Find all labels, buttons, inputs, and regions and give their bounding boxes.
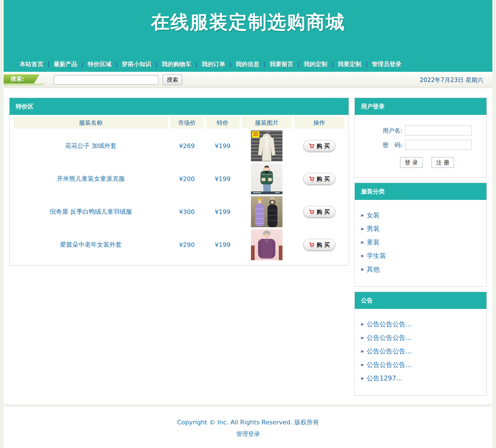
product-image-down-jackets — [251, 196, 282, 227]
special-price: ¥199 — [206, 229, 239, 260]
notice-link[interactable]: 公告公告公告... — [367, 347, 412, 356]
col-header-image: 服装图片 — [242, 117, 292, 129]
product-image-white-coat — [251, 130, 282, 161]
main-nav: 本站首页 | 最新产品 | 特价区域 | 穿搭小知识 | 我的购物车 | 我的订… — [4, 57, 492, 72]
product-image-purple-coat — [251, 229, 282, 260]
nav-item-my-customization[interactable]: 我的定制 — [300, 60, 332, 68]
sidebar: 用户登录 用户名: 密 码: 登 录 注 册 — [354, 98, 487, 396]
nav-separator: | — [332, 61, 334, 67]
double-arrow-bullet-icon: » — [360, 226, 364, 231]
col-header-special-price: 特价 — [206, 117, 239, 129]
search-label: 搜索: — [11, 75, 24, 83]
list-item: »童装 — [360, 238, 484, 247]
product-row: 爱茵朵中老年女装外套 ¥290 ¥199 — [14, 229, 344, 260]
current-date: 2022年7月23日 星期六 — [420, 76, 483, 84]
category-link-kids[interactable]: 童装 — [367, 238, 380, 247]
category-link-student[interactable]: 学生装 — [367, 251, 386, 260]
admin-login-link[interactable]: 管理登录 — [236, 430, 260, 438]
nav-item-admin-login[interactable]: 管理员登录 — [368, 60, 406, 68]
notice-link[interactable]: 公告公告公告... — [367, 333, 412, 342]
buy-button[interactable]: 购 买 — [303, 239, 335, 251]
nav-item-dressing-tips[interactable]: 穿搭小知识 — [118, 60, 156, 68]
password-field[interactable] — [405, 140, 472, 150]
page: 在线服装定制选购商城 本站首页 | 最新产品 | 特价区域 | 穿搭小知识 | … — [4, 0, 492, 404]
product-image-green-parka — [251, 163, 282, 194]
username-field[interactable] — [405, 126, 472, 135]
product-row: 开米熊儿童装女童派克服 ¥200 ¥199 — [14, 163, 344, 195]
nav-separator: | — [116, 61, 118, 67]
notice-link[interactable]: 公告公告公告... — [367, 320, 412, 329]
list-item: »公告公告公告... — [360, 360, 484, 369]
site-header: 在线服装定制选购商城 本站首页 | 最新产品 | 特价区域 | 穿搭小知识 | … — [4, 0, 492, 72]
nav-item-request-customization[interactable]: 我要定制 — [334, 60, 366, 68]
special-price-panel: 特价区 服装名称 市场价 特价 服装图片 操作 — [9, 98, 349, 266]
category-panel: 服装分类 »女装 »男装 »童装 »学生装 »其他 — [354, 183, 487, 287]
market-price: ¥200 — [170, 163, 204, 195]
col-header-name: 服装名称 — [14, 117, 168, 129]
nav-separator: | — [230, 61, 232, 67]
category-panel-title: 服装分类 — [355, 183, 486, 200]
nav-separator: | — [156, 61, 158, 67]
list-item: »其他 — [360, 265, 484, 274]
market-price: ¥290 — [170, 229, 204, 260]
buy-button-label: 购 买 — [317, 175, 330, 183]
product-row: 花花公子 加绒外套 ¥269 ¥199 — [14, 130, 344, 162]
nav-item-my-orders[interactable]: 我的订单 — [197, 60, 230, 68]
notice-panel: 公告 »公告公告公告... »公告公告公告... »公告公告公告... »公告公… — [354, 292, 487, 396]
login-panel-title: 用户登录 — [355, 98, 486, 115]
search-input[interactable] — [54, 75, 158, 84]
login-panel: 用户登录 用户名: 密 码: 登 录 注 册 — [354, 98, 487, 178]
buy-button-label: 购 买 — [317, 208, 330, 216]
search-badge-underline — [4, 84, 45, 86]
list-item: »学生装 — [360, 251, 484, 260]
nav-item-new-products[interactable]: 最新产品 — [50, 60, 82, 68]
list-item: »公告公告公告... — [360, 320, 484, 329]
special-price: ¥199 — [206, 130, 239, 162]
double-arrow-bullet-icon: » — [360, 322, 364, 327]
site-footer: Copyright © Inc. All Rights Reserved. 版权… — [4, 407, 492, 448]
nav-item-my-cart[interactable]: 我的购物车 — [158, 60, 196, 68]
category-link-other[interactable]: 其他 — [367, 265, 380, 274]
list-item: »公告公告公告... — [360, 347, 484, 356]
nav-separator: | — [48, 61, 50, 67]
buy-button-label: 购 买 — [317, 241, 330, 249]
nav-item-special-zone[interactable]: 特价区域 — [84, 60, 116, 68]
buy-button[interactable]: 购 买 — [303, 206, 335, 218]
nav-item-leave-message[interactable]: 我要留言 — [266, 60, 298, 68]
col-header-market-price: 市场价 — [170, 117, 204, 129]
register-button[interactable]: 注 册 — [432, 157, 454, 168]
table-header-row: 服装名称 市场价 特价 服装图片 操作 — [14, 117, 344, 129]
product-name-link[interactable]: 花花公子 加绒外套 — [65, 142, 116, 149]
product-name-link[interactable]: 爱茵朵中老年女装外套 — [60, 241, 122, 248]
double-arrow-bullet-icon: » — [360, 349, 364, 354]
category-link-women[interactable]: 女装 — [367, 211, 380, 220]
nav-item-my-info[interactable]: 我的信息 — [232, 60, 264, 68]
search-button[interactable]: 搜索 — [163, 75, 182, 85]
buy-button[interactable]: 购 买 — [303, 173, 335, 185]
double-arrow-bullet-icon: » — [360, 376, 364, 381]
product-name-link[interactable]: 倪奇屋 反季白鸭绒儿童羽绒服 — [50, 208, 132, 215]
buy-button[interactable]: 购 买 — [303, 140, 335, 152]
site-title: 在线服装定制选购商城 — [4, 0, 492, 35]
nav-separator: | — [366, 61, 368, 67]
list-item: »女装 — [360, 211, 484, 220]
special-price: ¥199 — [206, 163, 239, 195]
double-arrow-bullet-icon: » — [360, 335, 364, 340]
list-item: »男装 — [360, 224, 484, 233]
copyright-text: Copyright © Inc. All Rights Reserved. 版权… — [4, 418, 492, 427]
product-name-link[interactable]: 开米熊儿童装女童派克服 — [57, 175, 125, 182]
search-strip: 搜索: 搜索 2022年7月23日 星期六 — [4, 72, 492, 88]
notice-link[interactable]: 公告公告公告... — [367, 360, 412, 369]
notice-panel-title: 公告 — [355, 292, 486, 309]
search-label-badge: 搜索: — [4, 74, 46, 86]
category-link-men[interactable]: 男装 — [367, 224, 380, 233]
nav-item-home[interactable]: 本站首页 — [15, 60, 48, 68]
double-arrow-bullet-icon: » — [360, 267, 364, 272]
cart-icon — [309, 143, 315, 149]
notice-link[interactable]: 公告1297... — [367, 374, 402, 383]
buy-button-label: 购 买 — [317, 142, 330, 150]
list-item: »公告公告公告... — [360, 333, 484, 342]
product-row: 倪奇屋 反季白鸭绒儿童羽绒服 ¥300 ¥199 — [14, 196, 344, 228]
double-arrow-bullet-icon: » — [360, 240, 364, 245]
login-button[interactable]: 登 录 — [400, 157, 423, 168]
